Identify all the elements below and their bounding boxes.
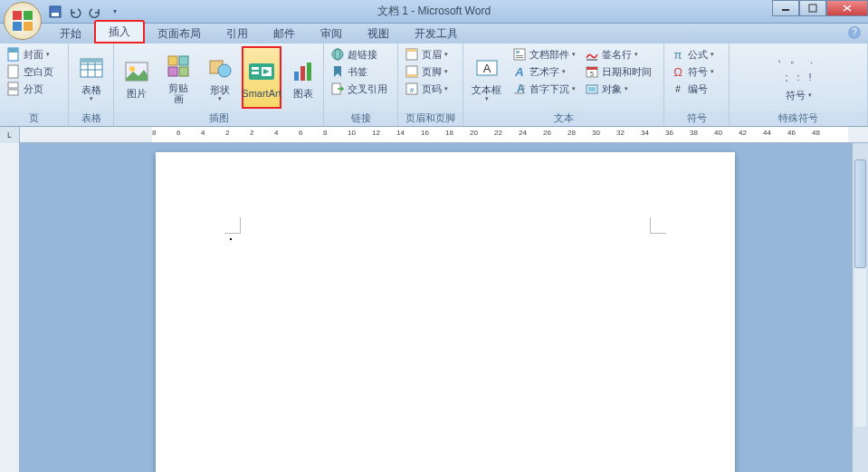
svg-rect-32	[294, 72, 299, 81]
object-button[interactable]: 对象▾	[581, 81, 655, 97]
ruler-number: 2	[225, 129, 229, 137]
group-special: , 。 、 ; : ! 符号▾ 特殊符号	[730, 43, 868, 126]
vertical-scrollbar[interactable]	[852, 143, 868, 472]
sigline-button[interactable]: 签名行▾	[581, 46, 655, 63]
tab-home[interactable]: 开始	[47, 24, 94, 43]
horizontal-ruler[interactable]: L 86422468101214161820222426283032343638…	[0, 127, 868, 143]
pagenum-button[interactable]: #页码▾	[401, 81, 452, 97]
textbox-icon: A	[472, 53, 501, 82]
crossref-button[interactable]: 交叉引用	[327, 81, 391, 97]
document-area[interactable]	[20, 143, 852, 472]
smartart-button[interactable]: SmartArt	[242, 46, 281, 109]
minimize-button[interactable]	[772, 0, 799, 16]
blank-page-button[interactable]: 空白页	[3, 63, 57, 80]
group-illustrations-label: 插图	[114, 111, 323, 126]
maximize-icon	[808, 4, 817, 13]
blank-page-label: 空白页	[24, 65, 53, 79]
sigline-label: 签名行	[602, 48, 632, 62]
ruler-number: 16	[421, 129, 429, 137]
dropcap-button[interactable]: A首字下沉▾	[509, 81, 579, 97]
ruler-number: 18	[445, 129, 453, 137]
symbol-button[interactable]: Ω符号▾	[667, 63, 718, 80]
page-break-button[interactable]: 分页	[3, 81, 57, 97]
footer-icon	[405, 64, 419, 79]
save-button[interactable]	[47, 4, 63, 20]
page-break-label: 分页	[24, 82, 43, 96]
minimize-icon	[781, 4, 790, 13]
page[interactable]	[156, 152, 735, 472]
redo-button[interactable]	[87, 4, 103, 20]
group-text: A 文本框 ▾ 文档部件▾ A艺术字▾ A首字下沉▾ 签名行▾ 5日期和时间 对…	[463, 43, 664, 126]
tab-mail[interactable]: 邮件	[261, 24, 308, 43]
header-button[interactable]: 页眉▾	[401, 46, 452, 63]
bookmark-label: 书签	[348, 65, 367, 79]
equation-label: 公式	[688, 48, 708, 62]
undo-button[interactable]	[67, 4, 83, 20]
svg-point-22	[129, 66, 135, 72]
quickparts-button[interactable]: 文档部件▾	[509, 46, 579, 63]
footer-button[interactable]: 页脚▾	[401, 63, 452, 80]
textbox-label: 文本框	[472, 84, 501, 95]
special-excl[interactable]: !	[809, 72, 812, 82]
tab-review[interactable]: 审阅	[308, 24, 355, 43]
shapes-button[interactable]: 形状 ▾	[200, 46, 240, 109]
picture-icon	[122, 57, 151, 86]
textbox-button[interactable]: A 文本框 ▾	[466, 46, 507, 109]
special-colon[interactable]: :	[796, 72, 799, 82]
group-symbols: π公式▾ Ω符号▾ #编号 符号	[664, 43, 730, 126]
tab-insert[interactable]: 插入	[94, 20, 145, 43]
group-special-label: 特殊符号	[730, 111, 867, 126]
tab-developer[interactable]: 开发工具	[402, 24, 471, 43]
datetime-button[interactable]: 5日期和时间	[581, 63, 655, 80]
qat-customize[interactable]: ▾	[107, 4, 123, 20]
cover-page-button[interactable]: 封面▾	[3, 46, 57, 63]
office-button[interactable]	[4, 2, 42, 40]
scrollbar-track[interactable]	[854, 159, 866, 427]
text-cursor	[230, 238, 232, 240]
chevron-down-icon: ▾	[711, 51, 714, 58]
number-button[interactable]: #编号	[667, 81, 718, 97]
number-label: 编号	[688, 82, 708, 96]
save-icon	[49, 5, 62, 18]
chevron-down-icon: ▾	[444, 68, 448, 75]
special-comma[interactable]: ,	[777, 53, 780, 66]
special-enum[interactable]: 、	[809, 53, 819, 66]
ruler-number: 6	[299, 129, 302, 137]
hyperlink-button[interactable]: 超链接	[327, 46, 391, 63]
close-button[interactable]	[826, 0, 868, 16]
chart-button[interactable]: 图表	[283, 46, 323, 109]
dropcap-icon: A	[512, 82, 527, 96]
chevron-down-icon: ▾	[485, 95, 489, 102]
smartart-label: SmartArt	[242, 88, 281, 99]
table-button[interactable]: 表格 ▾	[72, 46, 111, 109]
shapes-icon	[205, 53, 234, 82]
dropcap-label: 首字下沉	[529, 82, 569, 96]
office-logo-icon	[12, 10, 33, 32]
tab-view[interactable]: 视图	[355, 24, 402, 43]
svg-text:A: A	[482, 62, 491, 75]
scrollbar-thumb[interactable]	[854, 159, 866, 268]
equation-button[interactable]: π公式▾	[667, 46, 718, 63]
wordart-button[interactable]: A艺术字▾	[509, 63, 579, 80]
clipart-button[interactable]: 剪贴画	[158, 46, 198, 109]
vertical-ruler[interactable]	[0, 143, 20, 472]
bookmark-button[interactable]: 书签	[327, 63, 391, 80]
svg-rect-30	[252, 67, 259, 70]
help-button[interactable]: ?	[848, 26, 861, 39]
special-more-button[interactable]: 符号▾	[782, 88, 816, 103]
special-period[interactable]: 。	[790, 53, 800, 66]
window-controls	[772, 0, 868, 16]
ruler-number: 44	[763, 129, 771, 137]
blank-page-icon	[6, 64, 21, 79]
clipart-icon	[164, 52, 193, 81]
redo-icon	[89, 5, 101, 18]
tab-references[interactable]: 引用	[214, 24, 261, 43]
tab-layout[interactable]: 页面布局	[145, 24, 214, 43]
svg-rect-48	[516, 55, 523, 56]
object-label: 对象	[602, 82, 622, 96]
special-semicolon[interactable]: ;	[785, 72, 787, 82]
clipart-label: 剪贴画	[164, 82, 193, 104]
picture-button[interactable]: 图片	[117, 46, 157, 109]
svg-rect-7	[809, 5, 816, 12]
maximize-button[interactable]	[799, 0, 826, 16]
